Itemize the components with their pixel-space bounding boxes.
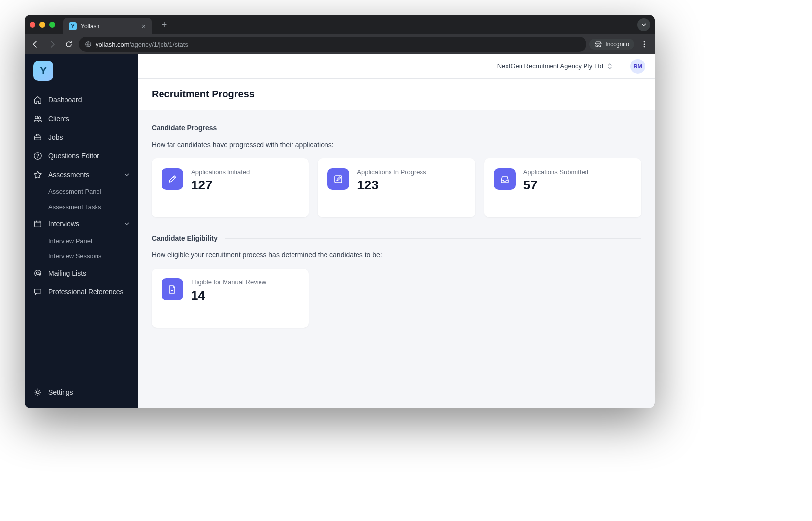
section-title: Candidate Eligibility — [152, 234, 218, 242]
new-tab-button[interactable]: + — [158, 18, 171, 31]
browser-menu-button[interactable] — [637, 37, 651, 51]
sidebar-item-dashboard[interactable]: Dashboard — [25, 91, 138, 109]
sidebar-subitem-assessment-panel[interactable]: Assessment Panel — [25, 184, 138, 199]
chat-icon — [33, 287, 42, 296]
sidebar-item-questions-editor[interactable]: Questions Editor — [25, 147, 138, 165]
chevron-down-icon — [124, 172, 129, 177]
sidebar-item-label: Questions Editor — [48, 152, 99, 160]
back-button[interactable] — [29, 37, 42, 51]
briefcase-icon — [33, 133, 42, 142]
incognito-indicator[interactable]: Incognito — [589, 39, 634, 50]
at-icon — [33, 269, 42, 277]
page-title: Recruitment Progress — [152, 89, 641, 100]
sidebar-item-label: Mailing Lists — [48, 269, 86, 277]
section-heading-progress: Candidate Progress — [152, 124, 641, 132]
section-description: How eligible your recruitment process ha… — [152, 251, 641, 259]
inbox-icon — [494, 168, 516, 190]
edit-square-icon — [327, 168, 349, 190]
section-title: Candidate Progress — [152, 124, 217, 132]
sidebar-item-mailing-lists[interactable]: Mailing Lists — [25, 264, 138, 282]
stat-card-manual-review: Eligible for Manual Review 14 — [152, 269, 309, 328]
close-tab-button[interactable]: × — [142, 22, 146, 30]
calendar-icon — [33, 219, 42, 228]
sidebar-item-label: Assessments — [48, 171, 89, 179]
forward-button[interactable] — [45, 37, 59, 51]
svg-rect-13 — [335, 176, 342, 183]
tab-title: Yollash — [81, 23, 99, 30]
stat-card-submitted: Applications Submitted 57 — [484, 158, 641, 217]
home-icon — [33, 95, 42, 104]
stat-card-initiated: Applications Initiated 127 — [152, 158, 309, 217]
stat-label: Applications Initiated — [191, 168, 250, 176]
address-url: yollash.com/agency/1/job/1/stats — [96, 41, 188, 48]
tab-favicon: Y — [69, 22, 77, 30]
sidebar: Y Dashboard Clients — [25, 54, 138, 408]
divider — [224, 128, 641, 128]
sidebar-item-assessments[interactable]: Assessments — [25, 165, 138, 184]
svg-point-12 — [36, 391, 39, 393]
file-icon — [162, 278, 183, 300]
sidebar-item-interviews[interactable]: Interviews — [25, 215, 138, 233]
sidebar-subitem-interview-sessions[interactable]: Interview Sessions — [25, 248, 138, 264]
main-panel: NextGen Recruitment Agency Pty Ltd RM Re… — [138, 54, 655, 408]
page-content: Candidate Progress How far candidates ha… — [138, 110, 655, 408]
maximize-window-button[interactable] — [49, 22, 55, 28]
browser-toolbar: yollash.com/agency/1/job/1/stats Incogni… — [25, 34, 655, 54]
stat-label: Applications Submitted — [523, 168, 588, 176]
user-avatar[interactable]: RM — [630, 59, 645, 74]
svg-point-4 — [35, 116, 38, 119]
page-header: Recruitment Progress — [138, 79, 655, 110]
svg-point-3 — [644, 46, 645, 48]
sidebar-item-label: Dashboard — [48, 96, 82, 104]
sidebar-subitem-interview-panel[interactable]: Interview Panel — [25, 233, 138, 248]
incognito-icon — [594, 41, 602, 47]
sidebar-item-label: Professional References — [48, 288, 124, 296]
sidebar-item-professional-references[interactable]: Professional References — [25, 282, 138, 301]
browser-tab[interactable]: Y Yollash × — [63, 18, 152, 34]
divider — [225, 238, 641, 239]
stat-label: Applications In Progress — [357, 168, 426, 176]
sidebar-item-jobs[interactable]: Jobs — [25, 128, 138, 147]
sidebar-nav: Dashboard Clients Jobs — [25, 91, 138, 301]
sidebar-item-clients[interactable]: Clients — [25, 109, 138, 128]
star-icon — [33, 170, 42, 179]
topbar: NextGen Recruitment Agency Pty Ltd RM — [138, 54, 655, 79]
gear-icon — [33, 388, 42, 397]
agency-switcher[interactable]: NextGen Recruitment Agency Pty Ltd — [497, 62, 612, 70]
question-icon — [33, 152, 42, 160]
stat-value: 14 — [191, 288, 266, 303]
svg-point-11 — [36, 272, 39, 274]
browser-window: Y Yollash × + yollash.com/agency/1/job/1… — [25, 15, 655, 408]
svg-point-5 — [38, 117, 41, 119]
tab-overflow-button[interactable] — [637, 18, 650, 31]
pencil-icon — [162, 168, 183, 190]
section-description: How far candidates have progressed with … — [152, 141, 641, 149]
svg-point-2 — [644, 44, 645, 45]
svg-rect-9 — [35, 221, 41, 227]
app-logo[interactable]: Y — [33, 61, 53, 81]
svg-point-8 — [37, 157, 38, 158]
sidebar-item-label: Interviews — [48, 220, 79, 228]
users-icon — [33, 114, 42, 123]
site-info-icon — [85, 41, 92, 48]
svg-point-1 — [644, 41, 645, 43]
chevron-down-icon — [124, 221, 129, 226]
app-root: Y Dashboard Clients — [25, 54, 655, 408]
address-bar[interactable]: yollash.com/agency/1/job/1/stats — [79, 37, 586, 52]
stat-value: 123 — [357, 178, 426, 193]
sidebar-subitem-assessment-tasks[interactable]: Assessment Tasks — [25, 199, 138, 215]
stat-value: 57 — [523, 178, 588, 193]
window-controls — [30, 22, 55, 28]
svg-point-10 — [35, 270, 41, 276]
cards-row-progress: Applications Initiated 127 Applications … — [152, 158, 641, 217]
close-window-button[interactable] — [30, 22, 35, 28]
cards-row-eligibility: Eligible for Manual Review 14 — [152, 269, 641, 328]
sidebar-item-label: Jobs — [48, 133, 63, 141]
minimize-window-button[interactable] — [39, 22, 45, 28]
chevron-up-down-icon — [607, 63, 612, 70]
reload-button[interactable] — [62, 37, 76, 51]
browser-tab-strip: Y Yollash × + — [25, 15, 655, 34]
agency-name: NextGen Recruitment Agency Pty Ltd — [497, 62, 603, 70]
sidebar-item-label: Settings — [48, 388, 73, 396]
sidebar-item-settings[interactable]: Settings — [25, 383, 138, 401]
